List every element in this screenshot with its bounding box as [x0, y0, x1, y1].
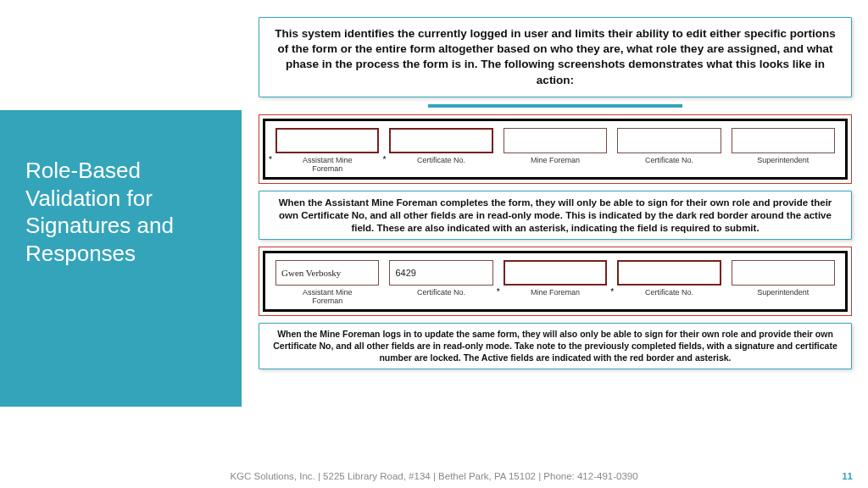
shot1-input-4	[732, 128, 835, 153]
side-panel: Role-Based Validation for Signatures and…	[0, 110, 242, 407]
signature-value: Gwen Verbosky	[281, 268, 341, 278]
field-label: Certificate No.	[389, 157, 492, 165]
screenshot-2-row: Gwen VerboskyAssistant Mine Foreman6429C…	[270, 260, 840, 306]
shot1-input-0[interactable]	[275, 128, 379, 153]
shot2-field-1: 6429Certificate No.	[384, 260, 498, 306]
footer-text: KGC Solutions, Inc. | 5225 Library Road,…	[0, 471, 868, 481]
screenshot-1: *Assistant Mine Foreman*Certificate No.M…	[259, 114, 852, 184]
mid-box: When the Assistant Mine Foreman complete…	[259, 191, 852, 241]
end-box: When the Mine Foreman logs in to update …	[259, 323, 852, 369]
screenshot-2-inner: Gwen VerboskyAssistant Mine Foreman6429C…	[263, 251, 848, 312]
field-label: Assistant Mine Foreman	[275, 289, 379, 306]
field-label: Superintendent	[732, 157, 835, 165]
shot2-field-0: Gwen VerboskyAssistant Mine Foreman	[270, 260, 384, 306]
mid-text: When the Assistant Mine Foreman complete…	[271, 197, 839, 235]
shot1-field-0: *Assistant Mine Foreman	[270, 128, 384, 174]
shot2-field-4: Superintendent	[726, 260, 840, 306]
screenshot-2: Gwen VerboskyAssistant Mine Foreman6429C…	[259, 247, 852, 316]
shot2-input-1: 6429	[389, 260, 492, 286]
field-value: 6429	[395, 268, 415, 278]
intro-text: This system identifies the currently log…	[275, 26, 836, 88]
shot1-field-4: Superintendent	[726, 128, 840, 174]
field-label: Mine Foreman	[504, 289, 607, 297]
field-label: Assistant Mine Foreman	[275, 157, 379, 174]
slide: Role-Based Validation for Signatures and…	[0, 0, 868, 488]
required-asterisk: *	[497, 287, 500, 297]
shot1-field-1: *Certificate No.	[384, 128, 498, 174]
shot2-field-3: *Certificate No.	[612, 260, 726, 306]
required-asterisk: *	[269, 155, 272, 164]
shot1-field-2: Mine Foreman	[498, 128, 612, 174]
shot2-field-2: *Mine Foreman	[498, 260, 612, 306]
intro-box: This system identifies the currently log…	[259, 17, 852, 97]
required-asterisk: *	[610, 287, 614, 297]
screenshot-1-inner: *Assistant Mine Foreman*Certificate No.M…	[263, 119, 848, 180]
shot1-field-3: Certificate No.	[612, 128, 726, 174]
shot2-input-0: Gwen Verbosky	[275, 260, 379, 286]
field-label: Superintendent	[732, 289, 835, 297]
shot1-input-2	[504, 128, 607, 153]
separator-bar	[428, 104, 682, 108]
required-asterisk: *	[382, 155, 386, 164]
content-column: This system identifies the currently log…	[259, 17, 852, 376]
shot2-input-4	[732, 260, 835, 286]
end-text: When the Mine Foreman logs in to update …	[271, 329, 839, 363]
field-label: Mine Foreman	[504, 157, 607, 165]
field-label: Certificate No.	[389, 289, 492, 297]
screenshot-1-row: *Assistant Mine Foreman*Certificate No.M…	[270, 128, 840, 174]
shot1-input-3	[617, 128, 721, 153]
shot2-input-3[interactable]	[617, 260, 721, 286]
shot2-input-2[interactable]	[504, 260, 607, 286]
field-label: Certificate No.	[617, 289, 721, 297]
field-label: Certificate No.	[617, 157, 721, 165]
page-number: 11	[842, 471, 853, 481]
side-title: Role-Based Validation for Signatures and…	[25, 157, 225, 267]
shot1-input-1[interactable]	[389, 128, 492, 153]
